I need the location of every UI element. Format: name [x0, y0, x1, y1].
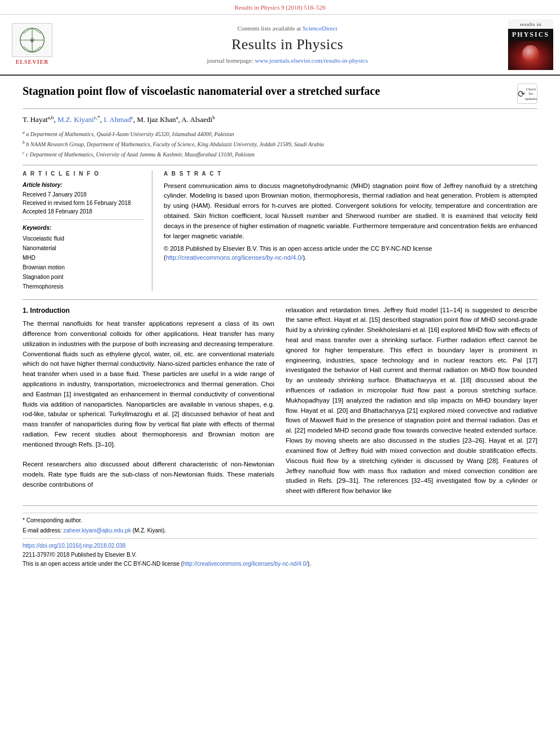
received-revised-date: Received in revised form 16 February 201… [23, 199, 144, 207]
affiliations: a a Department of Mathematics, Quaid-I-A… [23, 129, 537, 159]
article-info-col: A R T I C L E I N F O Article history: R… [23, 170, 152, 291]
author-khan-sup: a [176, 115, 178, 120]
received-date: Received 7 January 2018 [23, 191, 144, 199]
journal-center: Contents lists available at ScienceDirec… [67, 24, 508, 65]
keywords-list: Viscoelastic fluid Nanomaterial MHD Brow… [23, 234, 144, 291]
badge-top-text: results in [508, 19, 553, 29]
oa-text: This is an open access article under the… [23, 561, 183, 567]
homepage-link[interactable]: www.journals.elsevier.com/results-in-phy… [255, 57, 368, 64]
author-ahmad[interactable]: I. Ahmad [104, 116, 131, 124]
author-kiyani-sup: c,* [94, 115, 100, 120]
journal-homepage: journal homepage: www.journals.elsevier.… [67, 56, 508, 65]
body-columns: 1. Introduction The thermal nanofluids f… [23, 305, 537, 496]
keywords-label: Keywords: [23, 224, 144, 232]
doi-text: Results in Physics 9 (2018) 518–526 [234, 4, 326, 11]
affiliation-a: a a Department of Mathematics, Quaid-I-A… [23, 129, 537, 138]
author-ahmad-sup: c [131, 115, 133, 120]
article-info-abstract: A R T I C L E I N F O Article history: R… [23, 165, 537, 291]
intro-left-text: The thermal nanofluids for heat transfer… [23, 319, 274, 490]
email-link[interactable]: zaheer.kiyani@ajku.edu.pk [63, 527, 131, 534]
journal-title: Results in Physics [67, 34, 508, 55]
results-physics-badge: results in PHYSICS [508, 19, 553, 70]
article-wrapper: Stagnation point flow of viscoelastic na… [0, 76, 560, 575]
author-alsaedi-sup: b [212, 115, 215, 120]
svg-text:⚜: ⚜ [31, 40, 34, 43]
author-alsaedi: A. Alsaedi [181, 116, 212, 124]
email-note: E-mail address: zaheer.kiyani@ajku.edu.p… [23, 527, 537, 535]
body-col-right: relaxation and retardation times. Jeffre… [286, 305, 537, 496]
affiliation-c: c c Department of Mathematics, Universit… [23, 150, 537, 159]
elsevier-label: ELSEVIER [16, 58, 49, 66]
check-badge-label: Check for updates [525, 87, 537, 101]
oa-end: ). [308, 561, 311, 567]
corresponding-label: * Corresponding author. [23, 517, 82, 523]
author-hayat-sup: a,b [48, 115, 54, 120]
abstract-label: A B S T R A C T [164, 170, 537, 178]
authors-line: T. Hayata,b, M.Z. Kiyanic,*, I. Ahmadc, … [23, 113, 537, 126]
check-badge-icon: ⟳ [518, 89, 525, 99]
license-end: ). [303, 254, 307, 261]
author-hayat: T. Hayat [23, 116, 48, 124]
article-info-label: A R T I C L E I N F O [23, 170, 144, 178]
accepted-date: Accepted 18 February 2018 [23, 208, 144, 216]
oa-link[interactable]: http://creativecommons.org/licenses/by-n… [183, 561, 308, 567]
article-title-section: Stagnation point flow of viscoelastic na… [23, 84, 537, 109]
author-khan: M. Ijaz Khan [137, 116, 176, 124]
journal-header: ⚜ ELSEVIER Contents lists available at S… [0, 15, 560, 76]
contents-prefix: Contents lists available at [237, 25, 301, 32]
elsevier-logo-box: ⚜ [12, 23, 53, 57]
license-link[interactable]: http://creativecommons.org/licenses/by-n… [166, 254, 303, 261]
keyword-6: Thermophoresis [23, 282, 144, 291]
footer-issn: 2211-3797/© 2018 Published by Elsevier B… [23, 551, 537, 559]
keyword-5: Stagnation point [23, 272, 144, 282]
article-footer: * Corresponding author. E-mail address: … [23, 505, 537, 568]
article-history-label: Article history: [23, 181, 144, 189]
corresponding-author-note: * Corresponding author. [23, 517, 537, 525]
abstract-text: Present communication aims to discuss ma… [164, 181, 537, 242]
elsevier-logo: ⚜ ELSEVIER [7, 23, 58, 66]
check-for-updates-badge: ⟳ Check for updates [517, 84, 537, 104]
email-suffix: (M.Z. Kiyani). [133, 527, 166, 534]
author-kiyani[interactable]: M.Z. Kiyani [58, 116, 94, 124]
abstract-col: A B S T R A C T Present communication ai… [164, 170, 537, 291]
sciencedirect-link[interactable]: ScienceDirect [303, 25, 338, 32]
badge-image [508, 41, 553, 71]
badge-physics-text: PHYSICS [508, 29, 553, 41]
body-divider [23, 299, 537, 300]
footer-doi: https://doi.org/10.1016/j.rinp.2018.02.0… [23, 542, 537, 550]
elsevier-tree-icon: ⚜ [15, 26, 49, 54]
keyword-1: Viscoelastic fluid [23, 234, 144, 243]
keyword-4: Brownian motion [23, 263, 144, 272]
contents-link: Contents lists available at ScienceDirec… [67, 24, 508, 33]
footer-divider [23, 513, 537, 513]
affiliation-b: b b NAAM Research Group, Department of M… [23, 139, 537, 148]
intro-heading: 1. Introduction [23, 305, 274, 316]
footer-divider2 [23, 538, 537, 539]
article-title: Stagnation point flow of viscoelastic na… [23, 84, 380, 98]
intro-right-text: relaxation and retardation times. Jeffre… [286, 305, 537, 496]
email-label: E-mail address: [23, 527, 62, 534]
keyword-2: Nanomaterial [23, 243, 144, 253]
keyword-3: MHD [23, 253, 144, 263]
abstract-license: © 2018 Published by Elsevier B.V. This i… [164, 244, 537, 262]
footer-oa: This is an open access article under the… [23, 560, 537, 568]
body-col-left: 1. Introduction The thermal nanofluids f… [23, 305, 274, 496]
doi-link[interactable]: https://doi.org/10.1016/j.rinp.2018.02.0… [23, 543, 125, 549]
doi-bar: Results in Physics 9 (2018) 518–526 [0, 0, 560, 15]
homepage-prefix: journal homepage: [207, 57, 253, 64]
divider-keywords [23, 219, 144, 220]
